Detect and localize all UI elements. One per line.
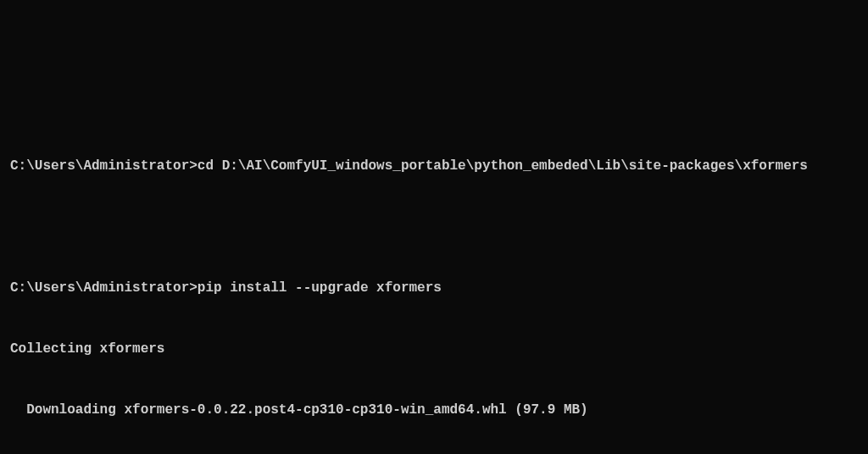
command-line-2: C:\Users\Administrator>pip install --upg… <box>10 278 858 298</box>
command-line-1: C:\Users\Administrator>cd D:\AI\ComfyUI_… <box>10 156 858 176</box>
terminal-output[interactable]: C:\Users\Administrator>cd D:\AI\ComfyUI_… <box>10 7 858 454</box>
cd-command: cd D:\AI\ComfyUI_windows_portable\python… <box>198 158 808 174</box>
pip-collecting-line: Collecting xformers <box>10 339 858 359</box>
prompt-2: C:\Users\Administrator> <box>10 280 198 296</box>
prompt-1: C:\Users\Administrator> <box>10 158 198 174</box>
pip-install-command: pip install --upgrade xformers <box>198 280 442 296</box>
pip-downloading-line: Downloading xformers-0.0.22.post4-cp310-… <box>10 400 858 420</box>
